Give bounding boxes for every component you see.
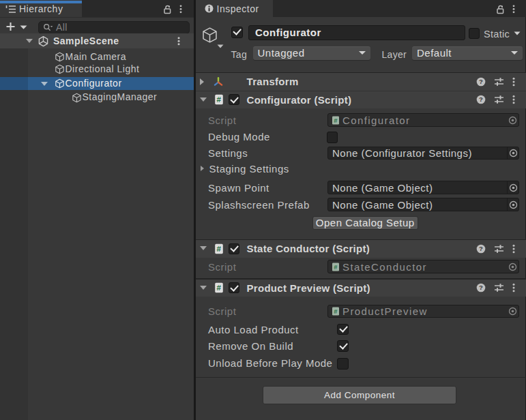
svg-text:#: #	[216, 95, 221, 104]
component-menu-kebab-icon[interactable]	[512, 283, 515, 292]
dropdown-arrow-icon	[511, 51, 518, 55]
state-conductor-header[interactable]: # State Conductor (Script) ?	[196, 240, 526, 258]
component-enabled-checkbox[interactable]	[229, 282, 239, 293]
settings-object-field[interactable]: None (Configurator Settings)	[327, 147, 519, 160]
scene-foldout-arrow-icon[interactable]	[26, 39, 33, 43]
gameobject-name-value: Configurator	[255, 27, 321, 38]
tag-dropdown[interactable]: Untagged	[253, 46, 370, 61]
presets-icon[interactable]	[494, 244, 504, 254]
presets-icon[interactable]	[494, 283, 504, 292]
remove-on-build-checkbox[interactable]	[337, 340, 349, 352]
transform-header[interactable]: Transform ?	[196, 73, 526, 91]
script-row-label: Script	[208, 262, 236, 272]
svg-text:?: ?	[479, 284, 483, 291]
component-enabled-checkbox[interactable]	[229, 243, 239, 254]
hierarchy-search-input[interactable]: All	[38, 21, 190, 34]
inspector-menu-kebab-icon[interactable]	[512, 5, 515, 14]
scene-kebab-icon[interactable]	[177, 37, 180, 46]
gameobject-icon[interactable]	[201, 27, 218, 44]
gameobject-icon-dropdown-arrow[interactable]	[217, 44, 224, 48]
help-icon[interactable]: ?	[476, 77, 486, 87]
tree-item-label: Configurator	[65, 78, 122, 89]
tree-row-directional-light[interactable]: Directional Light	[0, 62, 194, 76]
auto-load-product-label: Auto Load Product	[208, 325, 299, 335]
tree-row-stagingmanager[interactable]: StagingManager	[0, 91, 194, 105]
splashscreen-prefab-label: Splashscreen Prefab	[208, 200, 310, 210]
transform-icon	[213, 76, 224, 87]
tab-inspector[interactable]: Inspector	[196, 0, 273, 17]
tree-item-label: Directional Light	[65, 64, 140, 74]
inspector-tab-label: Inspector	[217, 3, 259, 14]
open-catalog-setup-label: Open Catalog Setup	[316, 217, 415, 228]
add-component-button[interactable]: Add Component	[263, 386, 456, 404]
open-catalog-setup-button[interactable]: Open Catalog Setup	[312, 216, 418, 230]
create-plus-icon[interactable]	[5, 22, 16, 31]
tree-row-samplescene[interactable]: SampleScene	[0, 33, 194, 48]
help-icon[interactable]: ?	[476, 244, 486, 254]
static-label: Static	[484, 29, 510, 40]
script-object-field[interactable]: # StateConductor	[327, 260, 519, 273]
script-mini-icon: #	[332, 307, 340, 316]
configurator-script-header[interactable]: # Configurator (Script) ?	[196, 91, 526, 109]
script-mini-icon: #	[332, 116, 340, 125]
gameobject-name-field[interactable]: Configurator	[248, 25, 465, 40]
svg-text:#: #	[216, 245, 221, 253]
script-object-field[interactable]: # ProductPreview	[327, 305, 519, 318]
presets-icon[interactable]	[494, 77, 504, 87]
object-picker-icon[interactable]	[507, 114, 518, 126]
transform-title: Transform	[247, 76, 299, 87]
object-picker-icon[interactable]	[507, 198, 518, 211]
layer-value: Default	[417, 47, 452, 59]
hierarchy-panel: Hierarchy	[0, 0, 194, 420]
transform-foldout-arrow-icon[interactable]	[200, 78, 204, 85]
object-picker-icon[interactable]	[507, 260, 518, 273]
gameobject-active-checkbox[interactable]	[231, 27, 243, 38]
debug-mode-checkbox[interactable]	[327, 132, 338, 143]
state-conductor-foldout-arrow-icon[interactable]	[200, 246, 207, 250]
hierarchy-menu-kebab-icon[interactable]	[179, 5, 182, 14]
script-object-field[interactable]: # Configurator	[327, 113, 519, 127]
gameobject-cube-icon	[55, 78, 65, 89]
script-mini-icon: #	[332, 262, 340, 271]
create-dropdown-arrow-icon[interactable]	[20, 25, 27, 29]
product-preview-foldout-arrow-icon[interactable]	[200, 286, 207, 290]
hierarchy-tabbar: Hierarchy	[0, 0, 194, 17]
object-picker-icon[interactable]	[507, 147, 518, 160]
static-dropdown-arrow[interactable]	[514, 31, 521, 35]
component-menu-kebab-icon[interactable]	[512, 95, 515, 104]
configurator-foldout-arrow-icon[interactable]	[41, 82, 48, 86]
tree-row-configurator[interactable]: Configurator	[0, 77, 194, 90]
lock-icon[interactable]	[163, 5, 172, 14]
gameobject-cube-icon	[55, 64, 65, 74]
presets-icon[interactable]	[494, 95, 504, 104]
tab-hierarchy[interactable]: Hierarchy	[0, 0, 82, 17]
staging-settings-label: Staging Settings	[209, 164, 289, 174]
product-preview-header[interactable]: # Product Preview (Script) ?	[196, 280, 526, 297]
lock-icon[interactable]	[496, 5, 505, 14]
help-icon[interactable]: ?	[476, 95, 486, 104]
spawn-point-object-field[interactable]: None (Game Object)	[327, 181, 519, 194]
component-enabled-checkbox[interactable]	[229, 94, 239, 105]
staging-settings-foldout-arrow-icon[interactable]	[201, 166, 204, 171]
csharp-script-icon: #	[214, 282, 224, 293]
layer-dropdown[interactable]: Default	[412, 46, 523, 61]
splashscreen-prefab-object-field[interactable]: None (Game Object)	[327, 198, 519, 211]
help-icon[interactable]: ?	[476, 283, 486, 292]
auto-load-product-checkbox[interactable]	[337, 324, 349, 335]
svg-text:#: #	[334, 308, 338, 315]
configurator-foldout-arrow-icon[interactable]	[200, 97, 207, 102]
static-checkbox[interactable]	[469, 28, 480, 39]
hierarchy-icon	[5, 5, 17, 14]
hierarchy-tab-label: Hierarchy	[19, 3, 63, 14]
object-picker-icon[interactable]	[507, 305, 518, 318]
separator	[196, 377, 526, 378]
script-value: Configurator	[342, 115, 410, 126]
component-menu-kebab-icon[interactable]	[512, 244, 515, 254]
object-picker-icon[interactable]	[507, 181, 518, 194]
script-value: StateConductor	[342, 261, 427, 273]
unity-editor-window: Hierarchy	[0, 0, 526, 420]
search-icon	[43, 23, 53, 32]
unload-before-play-mode-checkbox[interactable]	[337, 358, 349, 370]
component-menu-kebab-icon[interactable]	[512, 77, 515, 87]
svg-text:#: #	[216, 284, 221, 292]
